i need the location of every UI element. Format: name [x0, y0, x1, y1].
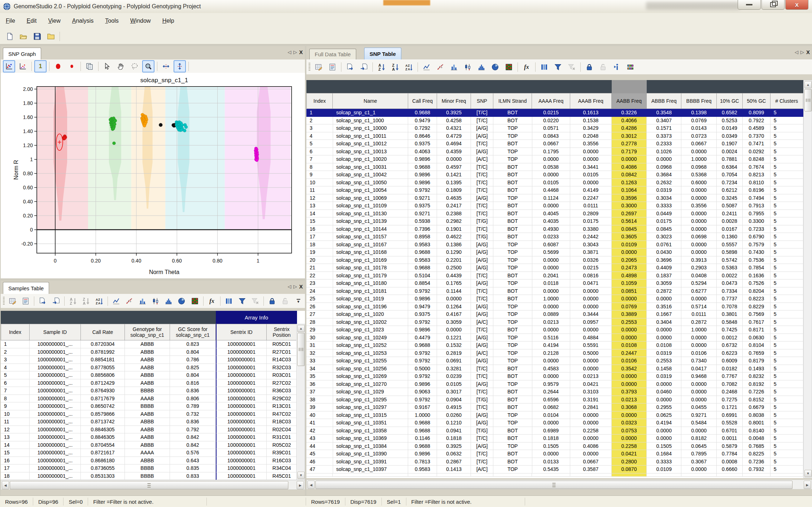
cell[interactable]: 0.7054 — [717, 171, 743, 179]
cell[interactable]: 0.3103 — [570, 388, 612, 396]
cell[interactable]: 0.0000 — [437, 326, 471, 334]
cell[interactable]: 0.0471 — [570, 279, 612, 287]
cell[interactable]: 1000000001 — [216, 379, 267, 387]
heatmap-button[interactable] — [189, 295, 201, 307]
cell[interactable]: 0.0723 — [681, 132, 716, 140]
cell[interactable]: [A/C] — [471, 318, 494, 326]
table-row[interactable]: 1solcap_snp_c1_10.96880.3925[T/C]BOT0.02… — [306, 109, 803, 117]
samples-hscroll-thumb[interactable] — [10, 481, 288, 489]
cell[interactable]: 16 — [306, 225, 333, 233]
cell[interactable]: 0.2258 — [612, 442, 647, 450]
cell[interactable]: 0.5294 — [681, 279, 716, 287]
cell[interactable]: 0.9688 — [408, 248, 437, 256]
cell[interactable]: 0.7617 — [743, 318, 770, 326]
cell[interactable]: 0.0769 — [681, 117, 716, 125]
cell[interactable]: 0.1360 — [717, 233, 743, 241]
cell[interactable]: 5 — [770, 303, 803, 311]
cell[interactable]: 5 — [770, 210, 803, 218]
function-button[interactable]: fx — [520, 61, 533, 73]
box-plot-button[interactable] — [150, 295, 161, 307]
cell[interactable]: 0.9792 — [408, 318, 437, 326]
cell[interactable]: [A/G] — [471, 334, 494, 342]
cell[interactable]: 0.2388 — [437, 210, 471, 218]
cell[interactable]: 0.2903 — [681, 264, 716, 272]
cell[interactable]: 0.8171 — [743, 326, 770, 334]
cell[interactable]: 16 — [1, 457, 30, 465]
cell[interactable]: 0.732 — [170, 410, 216, 418]
cell[interactable]: 1000000001 — [216, 387, 267, 395]
cell[interactable]: BOT — [493, 186, 532, 194]
cell[interactable]: BOT — [493, 225, 532, 233]
cell[interactable]: 0.8579866 — [81, 410, 125, 418]
cell[interactable]: 0.7078 — [717, 303, 743, 311]
table-row[interactable]: 30solcap_snp_c1_102490.44790.1221[A/G]TO… — [306, 334, 803, 342]
cell[interactable]: 0.5116 — [532, 334, 570, 342]
snp-scatter-plot[interactable]: 2.001.801.601.401.2010.800.600.400.200-0… — [1, 73, 305, 278]
cell[interactable]: 0.0625 — [647, 411, 681, 419]
cell[interactable]: 0.9479 — [408, 303, 437, 311]
cell[interactable]: solcap_snp_c1_10256 — [333, 365, 409, 373]
cell[interactable]: solcap_snp_c1_10315 — [333, 411, 409, 419]
cell[interactable]: 1000000001 — [216, 441, 267, 449]
cell[interactable]: 0.0000 — [681, 210, 716, 218]
cell[interactable]: 0.8140 — [743, 427, 770, 435]
cell[interactable]: TOP — [493, 194, 532, 202]
table-row[interactable]: 37solcap_snp_c1_10290.90630.3017[T/C]BOT… — [306, 388, 803, 396]
cell[interactable]: solcap_snp_c1_10270 — [333, 380, 409, 388]
cell[interactable]: 0.0698 — [681, 233, 716, 241]
cell[interactable]: 0.8712429 — [81, 379, 125, 387]
cell[interactable]: solcap_snp_c1_10252 — [333, 341, 409, 349]
cell[interactable]: 0.3556 — [681, 202, 716, 210]
cell[interactable]: R16C03 — [267, 457, 297, 465]
column-header-aaaa-freq[interactable]: AAAA Freq — [532, 93, 570, 109]
cell[interactable]: 5 — [770, 171, 803, 179]
cell[interactable]: 0.2065 — [612, 256, 647, 264]
cell[interactable]: 0.0449 — [647, 210, 681, 218]
cell[interactable]: 0.7234 — [717, 179, 743, 187]
cell[interactable]: 0.7226 — [743, 388, 770, 396]
cell[interactable]: 0.0667 — [681, 140, 716, 148]
cell[interactable]: [T/C] — [471, 163, 494, 171]
cell[interactable]: [T/G] — [471, 396, 494, 404]
open-project-button[interactable] — [17, 30, 30, 43]
cell[interactable]: 29 — [306, 326, 333, 334]
folder-button[interactable] — [45, 30, 57, 43]
cell[interactable]: 0.842 — [170, 441, 216, 449]
cell[interactable]: 0.3245 — [717, 194, 743, 202]
cell[interactable]: 0.2442 — [570, 233, 612, 241]
cell[interactable]: [A/G] — [471, 256, 494, 264]
cell[interactable]: 0.5898 — [717, 248, 743, 256]
cell[interactable]: 5 — [770, 109, 803, 117]
cell[interactable]: 0.5435 — [532, 466, 570, 473]
cell[interactable]: 0.2819 — [437, 349, 471, 357]
cell[interactable]: 0.0455 — [681, 404, 716, 411]
cell[interactable]: 0.9271 — [408, 210, 437, 218]
bar-chart-button[interactable] — [448, 61, 460, 73]
cell[interactable]: BOT — [493, 427, 532, 435]
cell[interactable]: 0.4597 — [437, 163, 471, 171]
cell[interactable]: 0.3333 — [647, 202, 681, 210]
toolbar-grip[interactable] — [3, 297, 5, 305]
table-row[interactable]: 17solcap_snp_c1_101570.89580.4622[T/G]BO… — [306, 233, 803, 241]
cell[interactable]: 30 — [306, 334, 333, 342]
cell[interactable]: 0.5591 — [570, 341, 612, 349]
cell[interactable]: 0.0000 — [532, 155, 570, 163]
cell[interactable]: 0.8713742 — [81, 418, 125, 426]
cell[interactable]: 38 — [306, 396, 333, 404]
cell[interactable]: 0.6701 — [717, 427, 743, 435]
cell[interactable]: 20 — [306, 256, 333, 264]
cell[interactable]: 0.4468 — [532, 186, 570, 194]
cell[interactable]: 0.1809 — [437, 186, 471, 194]
column-header-gc-score-for-solcap-snp-c1[interactable]: GC Score for solcap_snp_c1 — [170, 324, 216, 340]
cell[interactable]: 5 — [770, 194, 803, 202]
cell[interactable]: 0.9583 — [408, 241, 437, 249]
fit-vertical-button[interactable] — [174, 60, 186, 72]
cell[interactable]: 0.0000 — [532, 256, 570, 264]
cell[interactable]: 0.0111 — [570, 202, 612, 210]
cell[interactable]: 0.0630 — [743, 334, 770, 342]
cell[interactable]: 5 — [770, 248, 803, 256]
cell[interactable]: AABB — [125, 426, 170, 434]
cell[interactable]: 0.9688 — [408, 109, 437, 117]
cell[interactable]: [A/G] — [471, 357, 494, 365]
cell[interactable]: 0.0239 — [437, 372, 471, 380]
